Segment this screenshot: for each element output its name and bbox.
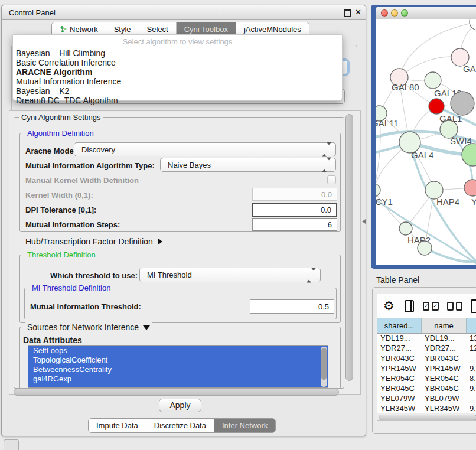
mi-threshold-value: 0.5 — [318, 302, 329, 311]
mi-type-label: Mutual Information Algorithm Type: — [25, 161, 155, 170]
minimize-traffic-light[interactable] — [391, 9, 398, 17]
which-threshold-combo[interactable]: MI Threshold — [139, 268, 321, 282]
network-canvas[interactable]: GALGAL80GAL10GAL1GAL11SWI4GAL4GCY1HAP4YH… — [376, 19, 476, 265]
network-node-hap2[interactable] — [399, 222, 412, 235]
dpi-tolerance-field[interactable]: 0.0 — [252, 203, 337, 217]
column-header[interactable]: name — [422, 318, 467, 333]
settings-vertical-scrollbar[interactable] — [345, 114, 353, 381]
bottom-tabbar: Impute DataDiscretize DataInfer Network — [88, 418, 276, 433]
aracne-mode-combo[interactable]: Discovery — [74, 142, 336, 156]
split-divider-arrow[interactable] — [362, 219, 366, 224]
network-node[interactable] — [451, 92, 474, 115]
tab-discretize-data[interactable]: Discretize Data — [146, 419, 214, 432]
minimized-panel-icon[interactable] — [4, 439, 19, 450]
kernel-width-value: 0.0 — [321, 190, 332, 199]
table-cell: YDR27... — [377, 343, 422, 353]
table-cell: YBR043C — [422, 353, 467, 363]
table-cell: YBL079W — [422, 393, 467, 403]
sources-toggle[interactable]: Sources for Network Inference — [25, 322, 152, 332]
float-window-icon[interactable] — [344, 9, 351, 17]
table-row[interactable]: YDL19...YDL19...13 — [377, 333, 476, 343]
algorithm-option[interactable]: Bayesian – Hill Climbing — [13, 48, 342, 58]
attribute-item[interactable]: SelfLoops — [28, 346, 328, 356]
node-label: GAL80 — [392, 82, 419, 92]
close-traffic-light[interactable] — [381, 9, 388, 17]
network-node-y[interactable] — [464, 180, 476, 196]
network-window-frame[interactable]: GALGAL80GAL10GAL1GAL11SWI4GAL4GCY1HAP4YH… — [371, 5, 476, 269]
combo-stepper-icon — [307, 270, 316, 279]
checkbox-unchecked-icon[interactable] — [447, 302, 454, 311]
dpi-tolerance-value: 0.0 — [321, 206, 331, 214]
node-label: Y — [471, 197, 476, 207]
algorithm-dropdown-placeholder: Select algorithm to view settings — [13, 37, 342, 48]
control-panel-titlebar[interactable]: Control Panel ✕ — [2, 5, 366, 20]
tab-label: Style — [114, 25, 131, 34]
zoom-traffic-light[interactable] — [401, 9, 408, 17]
algorithm-option[interactable]: Bayesian – K2 — [13, 86, 342, 96]
mi-type-combo[interactable]: Naive Bayes — [160, 158, 336, 172]
table-toolbar: ⚙ ✓ ✓ — [377, 294, 476, 318]
network-window: GALGAL80GAL10GAL1GAL11SWI4GAL4GCY1HAP4YH… — [376, 7, 476, 265]
attribute-item[interactable]: BetweennessCentrality — [28, 365, 328, 374]
table-row[interactable]: YBL079WYBL079W — [377, 393, 476, 403]
network-node[interactable] — [418, 241, 432, 255]
checkbox-checked-icon[interactable]: ✓ — [432, 302, 439, 311]
table-row[interactable]: YDR27...YDR27...12 — [377, 343, 476, 353]
node-label: GCY1 — [376, 197, 393, 207]
settings-horizontal-scrollbar[interactable] — [14, 389, 339, 396]
mi-threshold-label: Mutual Information Threshold: — [30, 302, 141, 311]
algorithm-definition-title: Algorithm Definition — [25, 129, 96, 138]
mi-threshold-field[interactable]: 0.5 — [250, 299, 334, 314]
gear-icon[interactable]: ⚙ — [383, 299, 395, 313]
table-horizontal-scrollbar[interactable] — [377, 413, 476, 421]
control-panel-title: Control Panel — [9, 8, 56, 17]
kernel-width-field[interactable]: 0.0 — [252, 188, 337, 201]
which-threshold-label: Which threshold to use: — [50, 271, 138, 280]
table-row[interactable]: YPR145WYPR145W9. — [377, 363, 476, 373]
tab-label: Network — [70, 25, 98, 34]
attribute-item[interactable]: TopologicalCoefficient — [28, 356, 328, 365]
network-node-gal10[interactable] — [425, 72, 441, 89]
node-label: GAL11 — [376, 118, 399, 128]
network-edge[interactable] — [425, 248, 476, 262]
threshold-definition-title: Threshold Definition — [25, 250, 98, 259]
checkbox-unchecked-icon[interactable] — [456, 302, 462, 311]
table-row[interactable]: YBR045CYBR045C9. — [377, 383, 476, 393]
close-icon[interactable]: ✕ — [355, 8, 361, 17]
tab-impute-data[interactable]: Impute Data — [89, 419, 146, 432]
hub-definition-toggle[interactable]: Hub/Transcription Factor Definition — [25, 237, 162, 246]
column-header[interactable] — [467, 318, 476, 333]
table-cell: 13 — [467, 333, 476, 343]
tab-infer-network[interactable]: Infer Network — [214, 419, 275, 432]
tab-label: Cyni Toolbox — [184, 25, 228, 34]
manual-kernel-checkbox[interactable] — [327, 175, 336, 184]
checkbox-checked-icon[interactable]: ✓ — [423, 302, 430, 311]
table-row[interactable]: YLR345WYLR345W9. — [377, 403, 476, 413]
network-node-gcy1[interactable] — [376, 184, 380, 197]
network-window-titlebar[interactable] — [376, 7, 476, 19]
table-cell: 9. — [467, 383, 476, 393]
algorithm-option[interactable]: ARACNE Algorithm — [13, 67, 342, 77]
document-icon[interactable] — [471, 299, 476, 313]
table-row[interactable]: YBR043CYBR043C — [377, 353, 476, 363]
sources-title: Sources for Network Inference — [27, 322, 139, 332]
kernel-width-label: Kernel Width (0,1): — [25, 191, 93, 200]
network-node[interactable] — [462, 144, 476, 166]
network-node-gal1[interactable] — [429, 99, 444, 114]
column-header[interactable]: shared... — [377, 318, 422, 333]
table-row[interactable]: YER054CYER054C8. — [377, 373, 476, 383]
table-cell: YER054C — [422, 373, 467, 383]
mi-steps-field[interactable]: 6 — [252, 218, 337, 231]
apply-button[interactable]: Apply — [159, 399, 201, 412]
mi-steps-label: Mutual Information Steps: — [25, 220, 120, 229]
network-node[interactable] — [470, 19, 476, 30]
algorithm-option[interactable]: Mutual Information Inference — [13, 77, 342, 86]
columns-icon[interactable] — [405, 300, 414, 312]
node-label: HAP4 — [436, 197, 459, 207]
algorithm-option[interactable]: Dream8 DC_TDC Algorithm — [13, 96, 342, 105]
algorithm-option[interactable]: Basic Correlation Inference — [13, 58, 342, 67]
attribute-list-scrollbar[interactable] — [321, 347, 327, 387]
attribute-item[interactable]: gal4RGexp — [28, 374, 328, 384]
manual-kernel-label: Manual Kernel Width Definition — [25, 176, 139, 185]
attribute-item[interactable] — [28, 384, 328, 388]
